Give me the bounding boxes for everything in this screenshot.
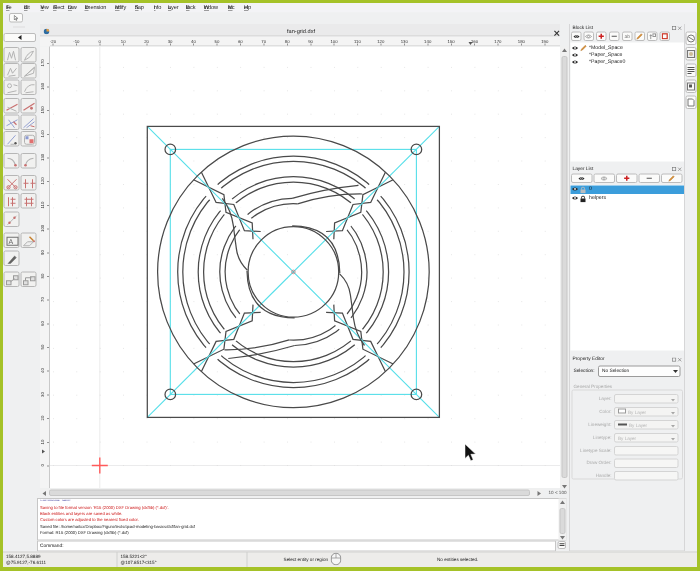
svg-text:A: A — [9, 239, 14, 246]
